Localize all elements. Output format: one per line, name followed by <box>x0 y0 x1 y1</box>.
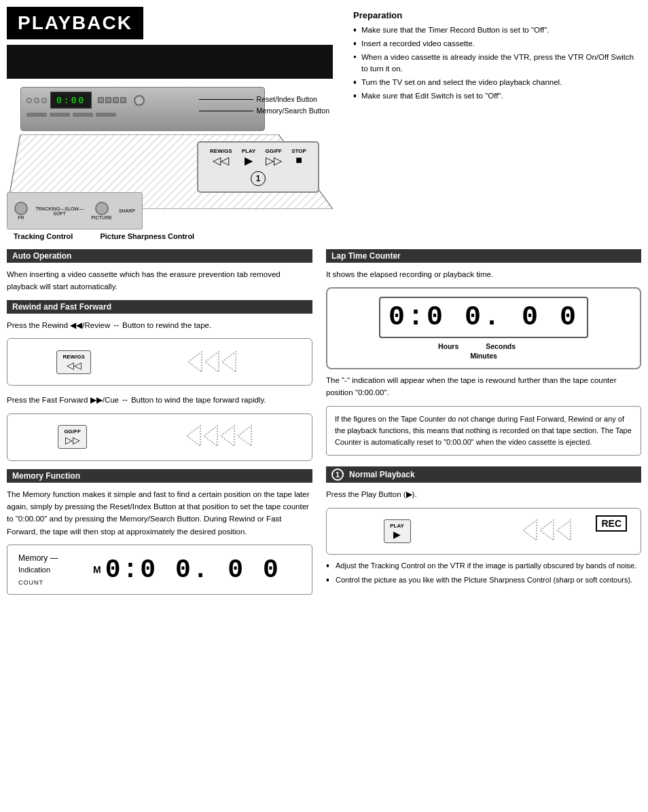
prep-item-3: When a video cassette is already inside … <box>353 52 641 76</box>
lap-note-1: The "-" indication will appear when the … <box>326 375 641 399</box>
normal-playback-notes: ●Adjust the Tracking Control on the VTR … <box>326 560 641 586</box>
rewind-ff-body1: Press the Rewind ◀◀/Review ↔ Button to r… <box>7 319 312 331</box>
svg-marker-4 <box>222 352 236 372</box>
svg-marker-7 <box>221 426 234 446</box>
normal-playback-header: 1 Normal Playback <box>326 466 641 483</box>
picture-control-label: Picture Sharpness Control <box>100 232 194 240</box>
normal-playback-body: Press the Play Button (▶). <box>326 488 641 500</box>
svg-marker-9 <box>523 520 537 540</box>
preparation-title: Preparation <box>353 10 641 20</box>
seconds-label: Seconds <box>486 342 516 350</box>
lap-time-header: Lap Time Counter <box>326 249 641 263</box>
normal-playback-number: 1 <box>331 468 344 481</box>
ff-arrows-diagram <box>180 422 262 449</box>
rew-diagram: REW/GS ◁◁ <box>7 338 312 386</box>
play-arrows-diagram <box>516 517 584 544</box>
prep-item-5: ●Make sure that Edit Switch is set to "O… <box>353 90 641 103</box>
remote-play-btn[interactable]: PLAY ▶ <box>242 148 256 167</box>
svg-marker-6 <box>204 426 217 446</box>
rec-badge: REC <box>596 515 627 532</box>
lap-time-section: Lap Time Counter It shows the elapsed re… <box>326 249 641 456</box>
remote-ff-btn[interactable]: GG/FF ▷▷ <box>266 148 282 167</box>
lap-time-display-box: 0:0 0. 0 0 Hours Seconds Minutes <box>326 287 641 369</box>
memory-function-header: Memory Function <box>7 469 312 483</box>
reset-index-label: Reset/Index Button <box>257 95 317 103</box>
auto-operation-body: When inserting a video cassette which ha… <box>7 268 312 293</box>
circle-number-one: 1 <box>251 171 266 186</box>
svg-marker-8 <box>238 426 251 446</box>
preparation-list: ●Make sure that the Timer Record Button … <box>353 24 641 103</box>
playback-note-1: ●Adjust the Tracking Control on the VTR … <box>326 560 641 572</box>
memory-function-section: Memory Function The Memory function make… <box>7 469 312 595</box>
play-diagram: PLAY ▶ REC <box>326 508 641 555</box>
lap-time-body: It shows the elapsed recording or playba… <box>326 268 641 280</box>
remote-rew-btn[interactable]: REW/GS ◁◁ <box>210 148 232 167</box>
page-title: PLAYBACK <box>7 7 143 39</box>
prep-item-2: ●Insert a recorded video cassette. <box>353 38 641 50</box>
ff-button-diagram: GG/FF ▷▷ <box>58 425 86 449</box>
hours-label: Hours <box>438 342 458 350</box>
normal-playback-section: 1 Normal Playback Press the Play Button … <box>326 466 641 585</box>
svg-marker-5 <box>187 426 200 446</box>
auto-operation-section: Auto Operation When inserting a video ca… <box>7 249 312 293</box>
prep-item-4: ●Turn the TV set on and select the video… <box>353 77 641 89</box>
rewind-ff-section: Rewind and Fast Forward Press the Rewind… <box>7 300 312 461</box>
memory-diagram: Memory — Indication COUNT M 0:0 0. 0 0 <box>7 545 312 595</box>
preparation-section: Preparation ●Make sure that the Timer Re… <box>340 7 641 240</box>
rewind-ff-body2: Press the Fast Forward ▶▶/Cue ↔ Button t… <box>7 394 312 406</box>
svg-marker-11 <box>557 520 571 540</box>
play-button-diagram: PLAY ▶ <box>384 519 411 543</box>
rewind-ff-header: Rewind and Fast Forward <box>7 300 312 314</box>
lap-note-2-box: If the figures on the Tape Counter do no… <box>326 406 641 456</box>
memory-count-display: M 0:0 0. 0 0 <box>93 555 281 585</box>
playback-note-2: ●Control the picture as you like with th… <box>326 574 641 586</box>
svg-marker-2 <box>188 352 202 372</box>
memory-function-body: The Memory function makes it simple and … <box>7 488 312 538</box>
minutes-label: Minutes <box>341 352 626 360</box>
tracking-control-label: Tracking Control <box>14 232 73 240</box>
memory-search-label: Memory/Search Button <box>257 107 329 115</box>
remote-stop-btn[interactable]: STOP ■ <box>291 148 306 167</box>
svg-marker-10 <box>540 520 554 540</box>
prep-item-1: ●Make sure that the Timer Record Button … <box>353 24 641 37</box>
rew-button-diagram: REW/GS ◁◁ <box>56 350 90 374</box>
auto-operation-header: Auto Operation <box>7 249 312 263</box>
svg-marker-3 <box>205 352 219 372</box>
ff-diagram: GG/FF ▷▷ <box>7 413 312 461</box>
lap-time-digits: 0:0 0. 0 0 <box>379 297 588 338</box>
rew-arrows-diagram <box>181 348 263 375</box>
